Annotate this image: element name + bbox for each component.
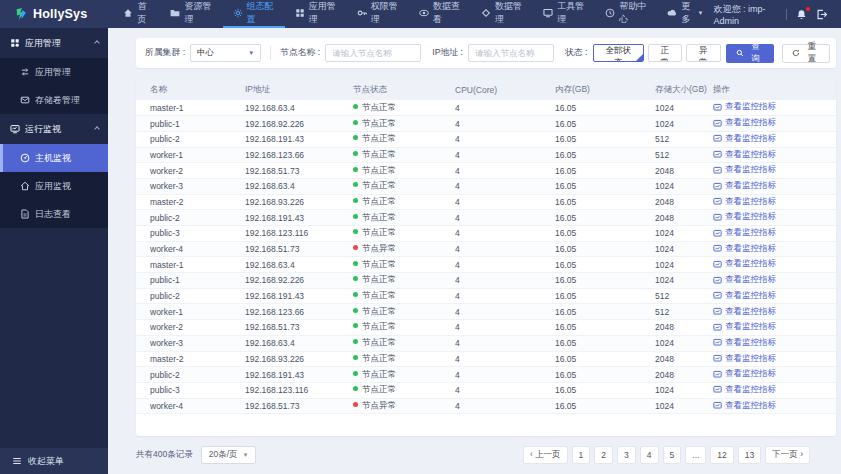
topnav-item-resource-management[interactable]: 资源管理 ▼ <box>160 0 222 28</box>
view-metrics-link[interactable]: 查看监控指标 <box>713 368 776 380</box>
page-button-5[interactable]: 5 <box>663 446 682 464</box>
cloud-icon <box>667 8 677 18</box>
page-ellipsis[interactable]: ... <box>685 446 706 464</box>
page-button-1[interactable]: 1 <box>572 446 591 464</box>
cell-ip-address: 192.168.63.4 <box>245 100 353 116</box>
view-metrics-link[interactable]: 查看监控指标 <box>713 227 776 239</box>
view-metrics-link[interactable]: 查看监控指标 <box>713 337 776 349</box>
status-option-all[interactable]: 全部状态 <box>593 44 644 62</box>
sidebar-group-application-management[interactable]: 应用管理 <box>0 28 108 58</box>
sidebar-group-runtime-monitoring[interactable]: 运行监视 <box>0 114 108 144</box>
view-metrics-link[interactable]: 查看监控指标 <box>713 211 776 223</box>
cell-cpu: 4 <box>455 367 555 383</box>
cell-storage: 1024 <box>655 241 713 257</box>
cell-node-status: 节点正常 <box>353 116 455 132</box>
view-metrics-link[interactable]: 查看监控指标 <box>713 149 776 161</box>
view-metrics-label: 查看监控指标 <box>725 258 776 270</box>
topnav-item-data-view[interactable]: 数据查看 ▼ <box>409 0 471 28</box>
cell-cpu: 4 <box>455 241 555 257</box>
cell-ip-address: 192.168.93.226 <box>245 351 353 367</box>
page-size-select[interactable]: 20条/页 ▼ <box>201 446 257 464</box>
cell-ip-address: 192.168.191.43 <box>245 367 353 383</box>
reset-button[interactable]: 重置 <box>782 44 830 63</box>
node-name-input[interactable] <box>325 44 421 62</box>
logout-button[interactable] <box>816 9 827 20</box>
cell-cpu: 4 <box>455 178 555 194</box>
topnav-item-tool-management[interactable]: 工具管理 ▼ <box>533 0 595 28</box>
view-metrics-link[interactable]: 查看监控指标 <box>713 243 776 255</box>
page-button-2[interactable]: 2 <box>594 446 613 464</box>
sidebar-item-application-monitoring[interactable]: 应用监视 <box>0 172 108 200</box>
logo-icon <box>14 7 28 21</box>
gauge-icon <box>20 153 30 163</box>
cell-node-status: 节点正常 <box>353 178 455 194</box>
sidebar-item-storage-volume-management[interactable]: 存储卷管理 <box>0 86 108 114</box>
status-options: 全部状态正常异常 <box>593 44 721 62</box>
cell-actions: 查看监控指标 <box>713 257 836 273</box>
table-row: worker-3 192.168.63.4 节点正常 4 16.05 1024 … <box>136 178 836 194</box>
status-dot <box>353 229 358 234</box>
cell-storage: 1024 <box>655 226 713 242</box>
collapse-menu-button[interactable]: 收起菜单 <box>0 448 108 474</box>
sidebar-item-host-monitoring[interactable]: 主机监视 <box>0 144 108 172</box>
topnav-item-data-management[interactable]: 数据管理 ▼ <box>471 0 533 28</box>
topnav-item-configuration[interactable]: 组态配置 ▼ <box>223 0 285 28</box>
view-metrics-link[interactable]: 查看监控指标 <box>713 400 776 412</box>
cluster-label: 所属集群 : <box>145 47 185 59</box>
cell-cpu: 4 <box>455 226 555 242</box>
view-metrics-link[interactable]: 查看监控指标 <box>713 164 776 176</box>
cell-memory: 16.05 <box>555 178 655 194</box>
cell-node-name: worker-4 <box>136 398 245 414</box>
monitor-icon <box>543 8 553 18</box>
column-header: 存储大小(GB) <box>655 80 713 100</box>
metrics-chart-icon <box>713 307 722 316</box>
next-page-button[interactable]: 下一页 › <box>765 446 810 464</box>
view-metrics-link[interactable]: 查看监控指标 <box>713 117 776 129</box>
view-metrics-link[interactable]: 查看监控指标 <box>713 101 776 113</box>
view-metrics-link[interactable]: 查看监控指标 <box>713 274 776 286</box>
cell-ip-address: 192.168.123.66 <box>245 304 353 320</box>
view-metrics-link[interactable]: 查看监控指标 <box>713 258 776 270</box>
view-metrics-link[interactable]: 查看监控指标 <box>713 133 776 145</box>
sidebar-item-log-view[interactable]: 日志查看 <box>0 200 108 228</box>
view-metrics-label: 查看监控指标 <box>725 353 776 365</box>
page-button-3[interactable]: 3 <box>617 446 636 464</box>
view-metrics-link[interactable]: 查看监控指标 <box>713 384 776 396</box>
topnav-item-home[interactable]: 首页 ▼ <box>113 0 160 28</box>
cluster-select[interactable]: 中心 ▼ <box>190 44 261 62</box>
view-metrics-link[interactable]: 查看监控指标 <box>713 196 776 208</box>
ip-input[interactable] <box>468 44 554 62</box>
view-metrics-link[interactable]: 查看监控指标 <box>713 306 776 318</box>
nav-label: 组态配置 <box>247 0 275 26</box>
topnav-item-more[interactable]: 更多 ▼ <box>657 0 713 28</box>
cell-actions: 查看监控指标 <box>713 226 836 242</box>
cluster-select-value: 中心 <box>197 47 214 59</box>
prev-page-button[interactable]: ‹ 上一页 <box>523 446 568 464</box>
cell-node-status: 节点正常 <box>353 320 455 336</box>
cell-node-name: public-2 <box>136 131 245 147</box>
status-option-normal[interactable]: 正常 <box>648 44 683 62</box>
grid-icon <box>295 8 305 18</box>
notifications-button[interactable] <box>796 9 807 20</box>
main-content: 所属集群 : 中心 ▼ 节点名称 : IP地址 : 状态 : 全部状态正常异常 … <box>108 28 841 474</box>
page-button-4[interactable]: 4 <box>640 446 659 464</box>
sidebar-item-application-management[interactable]: 应用管理 <box>0 58 108 86</box>
metrics-chart-icon <box>713 182 722 191</box>
table-row: worker-1 192.168.123.66 节点正常 4 16.05 512… <box>136 147 836 163</box>
topnav-item-permission-management[interactable]: 权限管理 ▼ <box>347 0 409 28</box>
view-metrics-link[interactable]: 查看监控指标 <box>713 321 776 333</box>
status-dot <box>353 371 358 376</box>
cell-node-name: master-1 <box>136 257 245 273</box>
view-metrics-link[interactable]: 查看监控指标 <box>713 180 776 192</box>
topnav-item-application-management[interactable]: 应用管理 ▼ <box>285 0 347 28</box>
view-metrics-link[interactable]: 查看监控指标 <box>713 353 776 365</box>
page-button-12[interactable]: 12 <box>710 446 733 464</box>
view-metrics-link[interactable]: 查看监控指标 <box>713 290 776 302</box>
logo[interactable]: HollySys <box>0 0 99 28</box>
page-button-13[interactable]: 13 <box>738 446 761 464</box>
view-metrics-label: 查看监控指标 <box>725 290 776 302</box>
cell-memory: 16.05 <box>555 226 655 242</box>
status-option-abnormal[interactable]: 异常 <box>686 44 721 62</box>
search-button[interactable]: 查询 <box>726 44 774 63</box>
topnav-item-help-center[interactable]: 帮助中心 ▼ <box>595 0 657 28</box>
